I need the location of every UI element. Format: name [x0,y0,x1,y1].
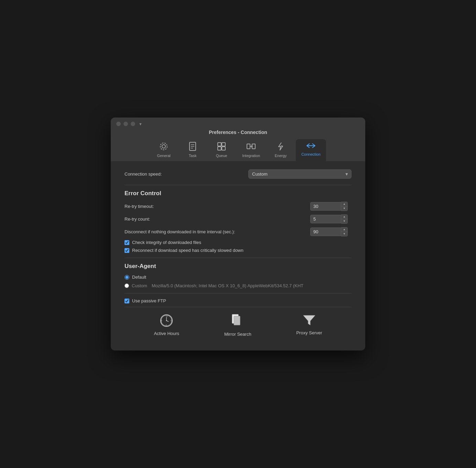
content-area: Connection speed: Custom ▼ Error Control… [111,161,365,350]
mirror-search-icon [232,314,244,330]
disconnect-interval-down[interactable]: ▼ [341,232,347,236]
svg-point-1 [160,143,167,150]
dropdown-arrow-icon: ▼ [139,122,142,126]
retry-count-row: Re-try count: ▲ ▼ [125,214,351,224]
clock-icon: 12 3 6 9 [160,314,173,329]
error-control-title: Error Control [125,190,351,197]
user-agent-default-row: Default [125,275,351,280]
bottom-bar: 12 3 6 9 Active Hours [125,307,351,344]
tab-task-label: Task [189,154,197,158]
tab-queue-label: Queue [216,154,227,158]
retry-count-label: Re-try count: [125,216,150,222]
svg-rect-6 [218,143,221,146]
tab-connection-label: Connection [301,152,321,156]
mirror-search-label: Mirror Search [224,332,251,337]
mirror-search-button[interactable]: Mirror Search [220,313,256,338]
svg-point-0 [162,145,165,148]
passive-ftp-checkbox[interactable] [125,299,129,303]
tab-general[interactable]: General [150,139,177,161]
svg-rect-7 [222,143,225,146]
tab-connection[interactable]: Connection [296,139,326,161]
separator-1 [125,185,351,185]
svg-text:6: 6 [166,324,167,326]
retry-count-up[interactable]: ▲ [341,215,347,219]
svg-point-20 [166,320,167,321]
retry-count-down[interactable]: ▼ [341,219,347,223]
passive-ftp-label: Use passive FTP [132,298,166,303]
svg-rect-22 [234,316,240,325]
proxy-server-icon [303,314,316,328]
user-agent-custom-label: Custom [132,283,149,288]
disconnect-interval-row: Disconnect if nothing downloaded in time… [125,227,351,236]
svg-text:3: 3 [171,320,172,322]
user-agent-default-label: Default [132,275,146,280]
retry-timeout-label: Re-try timeout: [125,204,154,209]
retry-timeout-spinner: ▲ ▼ [310,202,351,211]
close-button[interactable] [116,122,121,126]
retry-timeout-row: Re-try timeout: ▲ ▼ [125,202,351,211]
svg-text:9: 9 [161,320,162,322]
disconnect-interval-input[interactable] [310,227,341,236]
user-agent-title: User-Agent [125,263,351,270]
separator-3 [125,293,351,293]
retry-timeout-down[interactable]: ▼ [341,207,347,211]
separator-2 [125,258,351,258]
check-integrity-row: Check integrity of downloaded files [125,240,351,245]
tab-energy[interactable]: Energy [267,139,294,161]
user-agent-default-radio[interactable] [125,275,129,280]
retry-count-input[interactable] [310,215,341,223]
minimize-button[interactable] [123,122,128,126]
check-integrity-checkbox[interactable] [125,240,129,245]
tab-general-label: General [157,154,171,158]
active-hours-label: Active Hours [154,331,179,336]
connection-speed-dropdown[interactable]: Custom [248,169,351,179]
proxy-server-label: Proxy Server [296,330,322,335]
retry-count-spinbtns: ▲ ▼ [341,214,348,224]
retry-count-spinner: ▲ ▼ [310,214,351,224]
disconnect-interval-spinner: ▲ ▼ [310,227,351,236]
general-icon [159,142,168,152]
disconnect-interval-up[interactable]: ▲ [341,227,347,232]
check-integrity-label: Check integrity of downloaded files [132,240,201,245]
disconnect-interval-label: Disconnect if nothing downloaded in time… [125,229,235,234]
proxy-server-button[interactable]: Proxy Server [292,313,326,338]
toolbar: General Task [150,139,326,161]
svg-rect-9 [222,147,225,150]
user-agent-custom-value: Mozilla/5.0 (Macintosh; Intel Mac OS X 1… [152,283,351,288]
active-hours-button[interactable]: 12 3 6 9 Active Hours [150,313,183,338]
connection-icon [306,142,316,151]
reconnect-slow-row: Reconnect if download speed has critical… [125,248,351,253]
retry-timeout-input[interactable] [310,202,341,211]
retry-timeout-up[interactable]: ▲ [341,202,347,207]
tab-queue[interactable]: Queue [208,139,235,161]
connection-speed-label: Connection speed: [125,171,162,177]
user-agent-section: User-Agent Default Custom Mozilla/5.0 (M… [125,263,351,288]
queue-icon [217,142,226,152]
window-controls: ▼ [116,122,142,126]
integration-icon [247,142,256,152]
user-agent-custom-radio[interactable] [125,283,129,288]
retry-timeout-spinbtns: ▲ ▼ [341,202,348,211]
tab-task[interactable]: Task [179,139,206,161]
tab-energy-label: Energy [275,154,287,158]
tab-integration[interactable]: Integration [237,139,266,161]
error-control-section: Error Control Re-try timeout: ▲ ▼ Re-try… [125,190,351,253]
preferences-window: ▼ Preferences - Connection General [111,118,365,350]
svg-rect-8 [218,147,221,150]
reconnect-slow-label: Reconnect if download speed has critical… [132,248,244,253]
connection-speed-dropdown-wrapper: Custom ▼ [248,169,351,179]
disconnect-interval-spinbtns: ▲ ▼ [341,227,348,236]
svg-rect-10 [247,144,250,149]
maximize-button[interactable] [131,122,135,126]
tab-integration-label: Integration [242,154,260,158]
user-agent-custom-row: Custom Mozilla/5.0 (Macintosh; Intel Mac… [125,283,351,288]
titlebar: ▼ Preferences - Connection General [111,118,365,161]
energy-icon [277,142,284,152]
window-title: Preferences - Connection [209,130,267,135]
task-icon [189,142,196,152]
svg-text:12: 12 [166,315,168,317]
passive-ftp-row: Use passive FTP [125,298,351,303]
connection-speed-row: Connection speed: Custom ▼ [125,169,351,179]
reconnect-slow-checkbox[interactable] [125,248,129,253]
